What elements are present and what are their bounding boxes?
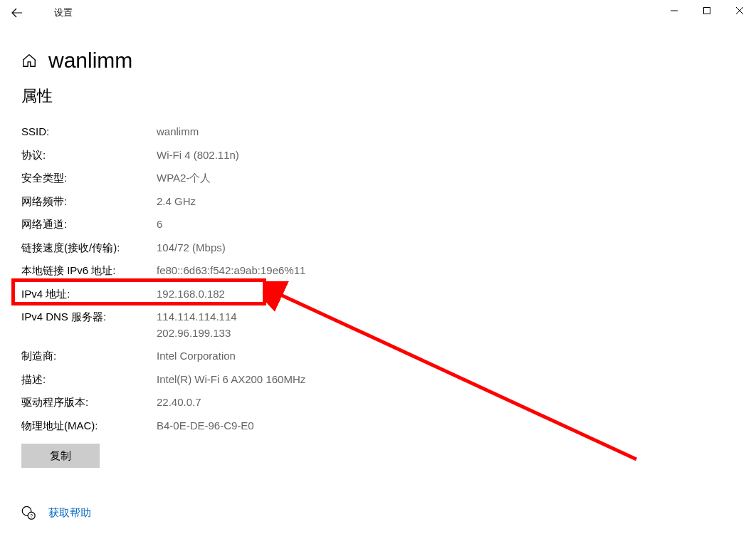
titlebar-left: 设置 bbox=[6, 1, 73, 24]
prop-label-ssid: SSID: bbox=[21, 124, 157, 140]
prop-value-band: 2.4 GHz bbox=[157, 194, 735, 210]
page-title: wanlimm bbox=[48, 48, 132, 73]
prop-value-ssid: wanlimm bbox=[157, 124, 735, 140]
prop-value-protocol: Wi-Fi 4 (802.11n) bbox=[157, 147, 735, 164]
prop-value-ipv4: 192.168.0.182 bbox=[157, 286, 735, 303]
window-controls bbox=[658, 0, 756, 26]
prop-label-manufacturer: 制造商: bbox=[21, 348, 157, 365]
back-arrow-icon bbox=[11, 7, 23, 19]
maximize-icon bbox=[703, 7, 710, 14]
prop-value-security: WPA2-个人 bbox=[157, 170, 735, 187]
prop-value-ipv6: fe80::6d63:f542:a9ab:19e6%11 bbox=[157, 263, 735, 279]
home-icon[interactable] bbox=[21, 53, 37, 68]
titlebar: 设置 bbox=[0, 0, 756, 26]
minimize-button[interactable] bbox=[658, 0, 691, 21]
back-button[interactable] bbox=[6, 1, 28, 24]
prop-label-ipv4dns: IPv4 DNS 服务器: bbox=[21, 309, 157, 341]
prop-label-mac: 物理地址(MAC): bbox=[21, 418, 157, 434]
prop-label-channel: 网络通道: bbox=[21, 216, 157, 233]
prop-value-ipv4dns: 114.114.114.114 202.96.199.133 bbox=[157, 309, 735, 341]
copy-button[interactable]: 复制 bbox=[21, 444, 100, 468]
prop-value-driverver: 22.40.0.7 bbox=[157, 394, 735, 411]
prop-label-protocol: 协议: bbox=[21, 147, 157, 164]
prop-value-description: Intel(R) Wi-Fi 6 AX200 160MHz bbox=[157, 372, 735, 388]
close-button[interactable] bbox=[723, 0, 756, 21]
maximize-button[interactable] bbox=[691, 0, 723, 21]
prop-value-manufacturer: Intel Corporation bbox=[157, 348, 735, 365]
prop-label-ipv4: IPv4 地址: bbox=[21, 286, 157, 303]
properties-table: SSID: wanlimm 协议: Wi-Fi 4 (802.11n) 安全类型… bbox=[21, 124, 735, 434]
prop-label-linkspeed: 链接速度(接收/传输): bbox=[21, 240, 157, 256]
prop-label-band: 网络频带: bbox=[21, 194, 157, 210]
svg-text:?: ? bbox=[30, 513, 33, 518]
minimize-icon bbox=[671, 7, 678, 14]
prop-value-mac: B4-0E-DE-96-C9-E0 bbox=[157, 418, 735, 434]
close-icon bbox=[736, 7, 743, 14]
help-icon: ? bbox=[21, 506, 36, 520]
prop-label-description: 描述: bbox=[21, 372, 157, 388]
header-row: wanlimm bbox=[21, 48, 735, 73]
prop-value-linkspeed: 104/72 (Mbps) bbox=[157, 240, 735, 256]
prop-label-driverver: 驱动程序版本: bbox=[21, 394, 157, 411]
help-row: ? 获取帮助 bbox=[21, 506, 91, 520]
svg-rect-1 bbox=[704, 8, 710, 14]
dns-line1: 114.114.114.114 bbox=[157, 309, 735, 325]
prop-value-channel: 6 bbox=[157, 216, 735, 233]
help-link[interactable]: 获取帮助 bbox=[48, 506, 91, 520]
section-title: 属性 bbox=[21, 85, 735, 107]
window-title: 设置 bbox=[54, 6, 73, 19]
content: wanlimm 属性 SSID: wanlimm 协议: Wi-Fi 4 (80… bbox=[0, 26, 756, 468]
dns-line2: 202.96.199.133 bbox=[157, 325, 735, 342]
prop-label-ipv6: 本地链接 IPv6 地址: bbox=[21, 263, 157, 279]
prop-label-security: 安全类型: bbox=[21, 170, 157, 187]
